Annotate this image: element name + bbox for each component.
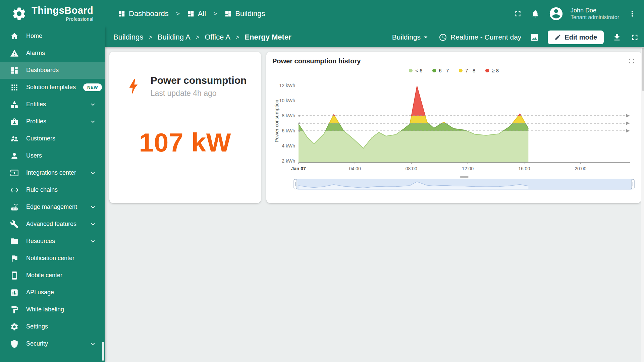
- sidebar-item-security[interactable]: Security: [0, 335, 105, 352]
- sidebar-item-profiles[interactable]: Profiles: [0, 113, 105, 130]
- sidebar-item-white-labeling[interactable]: White labeling: [0, 301, 105, 318]
- resources-icon: [10, 237, 19, 246]
- sidebar-item-resources[interactable]: Resources: [0, 233, 105, 250]
- sidebar-item-label: Notification center: [26, 255, 97, 262]
- svg-text:6 kWh: 6 kWh: [282, 128, 295, 133]
- dashboard-path-energy-meter: Energy Meter: [245, 33, 291, 42]
- svg-text:12 kWh: 12 kWh: [279, 83, 295, 88]
- header-breadcrumb-dashboards[interactable]: Dashboards: [118, 9, 169, 18]
- user-avatar[interactable]: [548, 6, 564, 21]
- sidebar-item-label: Advanced features: [26, 221, 82, 228]
- sidebar-item-label: Solution templates: [26, 84, 76, 91]
- sidebar-item-api-usage[interactable]: API usage: [0, 284, 105, 301]
- power-card-title: Power consumption: [151, 75, 247, 86]
- sidebar-item-edge-management[interactable]: Edge management: [0, 198, 105, 216]
- chevron-down-icon: [89, 238, 97, 245]
- header-breadcrumb-buildings[interactable]: Buildings: [224, 9, 265, 18]
- sidebar-item-label: Home: [26, 33, 97, 40]
- svg-text:8 kWh: 8 kWh: [282, 113, 295, 118]
- sidebar-item-alarms[interactable]: Alarms: [0, 45, 105, 62]
- sidebar-item-label: Security: [26, 340, 82, 347]
- legend-dot: [432, 69, 436, 72]
- svg-text:08:00: 08:00: [406, 166, 417, 171]
- brand-name: ThingsBoard: [32, 6, 93, 15]
- sidebar-item-dashboards[interactable]: Dashboards: [0, 62, 105, 79]
- chart-navigator[interactable]: [272, 176, 635, 192]
- pencil-icon: [554, 34, 561, 41]
- sidebar-item-rule-chains[interactable]: Rule chains: [0, 181, 105, 198]
- header-breadcrumb-all[interactable]: All: [187, 9, 206, 18]
- download-icon[interactable]: [612, 33, 622, 42]
- clock-icon: [439, 33, 447, 42]
- breadcrumb-label: Dashboards: [129, 9, 169, 18]
- white-labeling-icon: [10, 305, 19, 314]
- kebab-menu-icon[interactable]: [628, 9, 637, 18]
- navigator-scroll-thumb[interactable]: [460, 176, 469, 178]
- sidebar-item-label: Integrations center: [26, 169, 82, 176]
- content-scrollbar-thumb[interactable]: [642, 48, 644, 91]
- sidebar-item-integrations-center[interactable]: Integrations center: [0, 164, 105, 181]
- navigator-left-handle[interactable]: [294, 179, 297, 189]
- expand-widget-icon[interactable]: [627, 57, 635, 65]
- dashboards-icon: [10, 66, 19, 75]
- toolbar-right: Buildings Realtime - Current day Edit mo…: [392, 31, 639, 44]
- entity-select[interactable]: Buildings: [392, 33, 430, 42]
- dashboard-path-buildings[interactable]: Buildings: [113, 33, 143, 42]
- user-meta[interactable]: John Doe Tenant administrator: [571, 7, 619, 21]
- legend-item-8[interactable]: ≥ 8: [485, 68, 499, 73]
- header-breadcrumb: Dashboards>All>Buildings: [118, 9, 265, 18]
- power-history-widget: Power consumption history < 66 - 77 - 8≥…: [266, 52, 641, 203]
- sidebar-item-label: Dashboards: [26, 67, 97, 74]
- sidebar-item-label: API usage: [26, 289, 97, 296]
- path-separator: >: [236, 34, 239, 41]
- dashboard-path-office-a[interactable]: Office A: [205, 33, 230, 42]
- sidebar-item-entities[interactable]: Entities: [0, 96, 105, 113]
- entities-icon: [10, 100, 19, 109]
- legend-dot: [485, 69, 489, 72]
- timewindow-button[interactable]: Realtime - Current day: [439, 33, 521, 42]
- image-gallery-icon[interactable]: [530, 33, 539, 42]
- legend-item-6[interactable]: < 6: [409, 68, 422, 73]
- top-bar-right: John Doe Tenant administrator: [514, 6, 637, 21]
- sidebar-item-settings[interactable]: Settings: [0, 318, 105, 335]
- fullscreen-icon[interactable]: [514, 9, 522, 18]
- dashboard-path-building-a[interactable]: Building A: [158, 33, 191, 42]
- brand-edition: Professional: [32, 16, 93, 22]
- edit-mode-button[interactable]: Edit mode: [548, 31, 604, 44]
- sidebar-item-label: Entities: [26, 101, 82, 108]
- thingsboard-logo-icon[interactable]: [11, 6, 27, 21]
- sidebar: HomeAlarmsDashboardsSolution templatesNE…: [0, 27, 105, 362]
- sidebar-item-label: Customers: [26, 135, 97, 142]
- sidebar-item-label: Settings: [26, 323, 97, 330]
- history-card-title: Power consumption history: [272, 57, 361, 65]
- toolbar-fullscreen-icon[interactable]: [630, 33, 639, 42]
- sidebar-item-customers[interactable]: Customers: [0, 130, 105, 147]
- sidebar-item-solution-templates[interactable]: Solution templatesNEW: [0, 79, 105, 96]
- sidebar-scrollbar[interactable]: [102, 342, 104, 361]
- solution-templates-icon: [10, 83, 19, 92]
- content-scrollbar[interactable]: [641, 47, 644, 362]
- svg-text:20:00: 20:00: [575, 166, 586, 171]
- settings-icon: [10, 322, 19, 331]
- power-card-value: 107 kW: [109, 127, 261, 158]
- dashboard-content: Power consumption Last update 4h ago 107…: [105, 47, 644, 362]
- sidebar-item-advanced-features[interactable]: Advanced features: [0, 216, 105, 233]
- notifications-bell-icon[interactable]: [531, 9, 540, 18]
- legend-label: < 6: [415, 68, 422, 73]
- sidebar-item-home[interactable]: Home: [0, 27, 105, 45]
- sidebar-item-notification-center[interactable]: Notification center: [0, 250, 105, 267]
- user-name: John Doe: [571, 7, 619, 14]
- svg-text:2 kWh: 2 kWh: [282, 158, 295, 164]
- navigator-right-handle[interactable]: [631, 179, 634, 189]
- path-separator: >: [196, 34, 200, 41]
- sidebar-item-mobile-center[interactable]: Mobile center: [0, 267, 105, 284]
- sidebar-item-users[interactable]: Users: [0, 147, 105, 164]
- mobile-icon: [10, 271, 19, 280]
- legend-item-7-8[interactable]: 7 - 8: [459, 68, 475, 73]
- svg-text:4 kWh: 4 kWh: [282, 143, 295, 148]
- customers-icon: [10, 134, 19, 143]
- legend-item-6-7[interactable]: 6 - 7: [432, 68, 449, 73]
- chevron-down-icon: [89, 118, 97, 125]
- brand-area: ThingsBoard Professional: [0, 0, 105, 27]
- breadcrumb-separator: >: [213, 10, 217, 17]
